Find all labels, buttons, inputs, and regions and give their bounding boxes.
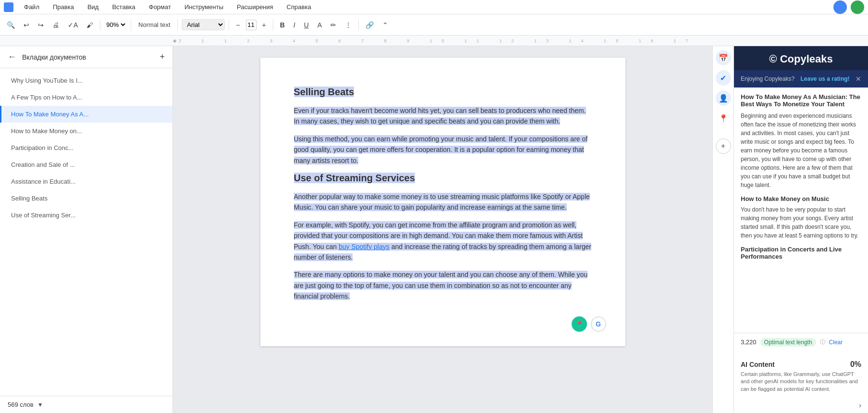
menu-right	[833, 0, 864, 14]
menu-format[interactable]: Формат	[146, 2, 174, 12]
sidebar-item-how-to-make-money[interactable]: How to Make Money on...	[0, 123, 172, 139]
copyleaks-logo: © Copyleaks	[769, 53, 832, 65]
divider-1	[100, 19, 100, 31]
menu-edit[interactable]: Правка	[50, 2, 77, 12]
heading-selling-beats: Selling Beats	[294, 87, 355, 97]
menu-insert[interactable]: Вставка	[109, 2, 138, 12]
heading-streaming: Use of Streaming Services	[294, 173, 415, 183]
divider-4	[229, 19, 229, 31]
copyleaks-stats: 3,220 Optimal text length ⓘ Clear	[741, 338, 861, 347]
paragraph-2: Using this method, you can earn while pr…	[294, 134, 592, 166]
sidebar-item-participation[interactable]: Participation in Conc...	[0, 139, 172, 156]
word-count-label: 569 слов	[8, 401, 34, 408]
paragraph-1: Even if your tracks haven't become world…	[294, 105, 592, 127]
divider-3	[177, 19, 178, 31]
info-icon[interactable]: ⓘ	[820, 338, 825, 346]
document-area: Selling Beats Even if your tracks haven'…	[173, 46, 712, 413]
ruler: ◈ 2 1 1 2 3 4 5 6 7 8 9 10 11 12 13 14 1…	[0, 36, 868, 46]
copyleaks-article-title: How To Make Money As A Musician: The Bes…	[741, 93, 861, 108]
avatar	[833, 0, 847, 14]
copyleaks-content: How To Make Money As A Musician: The Bes…	[734, 88, 868, 333]
sidebar-title: Вкладки документов	[22, 53, 86, 61]
menu-file[interactable]: Файл	[21, 2, 42, 12]
sidebar-items-list: Why Using YouTube Is I... A Few Tips on …	[0, 68, 172, 396]
zoom-select[interactable]: 90%	[104, 21, 127, 29]
outer-wrapper: ← Вкладки документов + Why Using YouTube…	[0, 46, 868, 413]
copyleaks-bottom: 3,220 Optimal text length ⓘ Clear	[734, 333, 868, 355]
sidebar-item-selling-beats[interactable]: Selling Beats	[0, 190, 172, 207]
divider-5	[273, 19, 273, 31]
leave-rating-button[interactable]: Leave us a rating!	[801, 75, 850, 82]
user-avatar	[851, 0, 864, 14]
document-page: Selling Beats Even if your tracks haven'…	[260, 58, 625, 346]
sidebar-header: ← Вкладки документов +	[0, 46, 172, 68]
contacts-icon-button[interactable]: 👤	[716, 90, 731, 106]
more-button[interactable]: ⋮	[342, 19, 355, 31]
ai-content-label: AI Content	[741, 361, 775, 368]
toolbar: 🔍 ↩ ↪ 🖨 ✓A 🖌 90% Normal text Arial − 11 …	[0, 14, 868, 36]
sidebar-item-youtube[interactable]: Why Using YouTube Is I...	[0, 72, 172, 89]
copyleaks-rating-bar: Enjoying Copyleaks? Leave us a rating! ✕	[734, 70, 868, 88]
underline-button[interactable]: U	[301, 19, 312, 31]
print-button[interactable]: 🖨	[49, 19, 62, 31]
clear-button[interactable]: Clear	[829, 339, 843, 346]
word-count-dropdown-icon[interactable]: ▼	[37, 401, 43, 408]
add-plugin-button[interactable]: +	[716, 138, 731, 154]
highlight-button[interactable]: ✏	[328, 19, 339, 31]
menu-extensions[interactable]: Расширения	[234, 2, 276, 12]
rating-close-button[interactable]: ✕	[856, 75, 861, 83]
copyleaks-panel: © Copyleaks Enjoying Copyleaks? Leave us…	[734, 46, 868, 413]
back-arrow-icon[interactable]: ←	[8, 52, 16, 62]
google-icon-button[interactable]: G	[591, 316, 606, 332]
undo-button[interactable]: ↩	[21, 19, 32, 31]
word-count-stat: 3,220	[741, 338, 757, 346]
font-size-increase-button[interactable]: +	[259, 19, 269, 31]
spellcheck-button[interactable]: ✓A	[65, 19, 81, 31]
calendar-icon-button[interactable]: 📅	[716, 50, 731, 65]
copyleaks-article-body: Beginning and even experienced musicians…	[741, 112, 861, 189]
paragraph-4: For example, with Spotify, you can get i…	[294, 220, 592, 263]
ai-content-percentage: 0%	[850, 360, 861, 369]
paragraph-5: There are many options to make money on …	[294, 269, 592, 301]
search-button[interactable]: 🔍	[4, 19, 18, 31]
font-color-button[interactable]: A	[315, 19, 325, 31]
right-icon-sidebar: 📅 ✔ 👤 📍 +	[712, 46, 734, 413]
sidebar-item-few-tips[interactable]: A Few Tips on How to A...	[0, 89, 172, 106]
divider-6	[358, 19, 359, 31]
tasks-icon-button[interactable]: ✔	[716, 70, 731, 86]
grammarly-icon-button[interactable]: 📍	[572, 316, 587, 332]
paragraph-3: Another popular way to make some money i…	[294, 191, 592, 213]
maps-icon-button[interactable]: 📍	[716, 111, 731, 126]
ai-content-description: Certain platforms, like Grammarly, use C…	[734, 371, 868, 398]
menu-view[interactable]: Вид	[85, 2, 102, 12]
enjoying-label: Enjoying Copyleaks?	[741, 75, 795, 82]
sidebar-item-how-to-make[interactable]: How To Make Money As A...	[0, 106, 172, 123]
redo-button[interactable]: ↪	[35, 19, 47, 31]
sidebar-item-streaming[interactable]: Use of Streaming Ser...	[0, 207, 172, 224]
insert-link-button[interactable]: 🔗	[363, 19, 377, 31]
normal-text-button[interactable]: Normal text	[135, 19, 173, 30]
paint-format-button[interactable]: 🖌	[84, 19, 96, 31]
menu-help[interactable]: Справка	[284, 2, 314, 12]
font-select[interactable]: Arial	[182, 19, 225, 30]
font-size-box: 11	[246, 20, 257, 30]
sidebar-item-creation[interactable]: Creation and Sale of ...	[0, 156, 172, 173]
doc-and-icons: Selling Beats Even if your tracks haven'…	[173, 46, 868, 413]
doc-icons: 📍 G	[572, 316, 606, 332]
more-options-button[interactable]: ⌃	[379, 19, 391, 31]
ai-content-bar: AI Content 0%	[734, 355, 868, 371]
spotify-plays-link[interactable]: buy Spotify plays	[339, 243, 390, 250]
menu-bar: Файл Правка Вид Вставка Формат Инструмен…	[0, 0, 868, 14]
expand-panel-area: ›	[734, 398, 868, 413]
copyleaks-sub-body: You don't have to be very popular to sta…	[741, 205, 861, 240]
bold-button[interactable]: B	[277, 19, 288, 31]
expand-icon[interactable]: ›	[859, 401, 861, 409]
divider-2	[131, 19, 131, 31]
app-logo	[4, 2, 13, 12]
add-tab-button[interactable]: +	[159, 52, 165, 62]
sidebar-item-assistance[interactable]: Assistance in Educati...	[0, 173, 172, 190]
menu-tools[interactable]: Инструменты	[182, 2, 226, 12]
italic-button[interactable]: I	[291, 19, 298, 31]
optimal-text-badge: Optimal text length	[760, 338, 816, 347]
font-size-decrease-button[interactable]: −	[233, 19, 243, 31]
